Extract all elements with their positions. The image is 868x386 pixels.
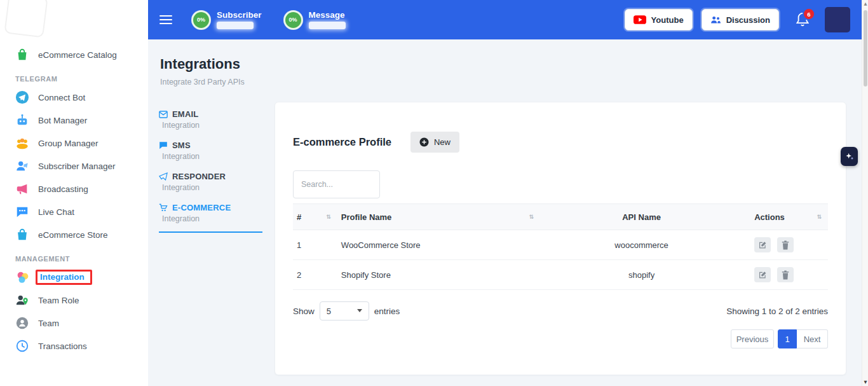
integration-circles-icon xyxy=(15,270,30,285)
sort-icon[interactable]: ⇅ xyxy=(326,214,331,220)
tab-title: SMS xyxy=(172,141,191,150)
app-logo xyxy=(4,0,48,38)
delete-button[interactable] xyxy=(777,237,794,252)
sidebar-item-broadcasting[interactable]: Broadcasting xyxy=(0,177,148,200)
subscriber-count-redacted xyxy=(217,22,254,29)
column-header-actions[interactable]: Actions⇅ xyxy=(743,204,828,230)
sidebar-item-team[interactable]: Team xyxy=(0,312,148,334)
paper-plane-icon xyxy=(159,172,168,181)
tab-subtitle: Integration xyxy=(162,214,262,223)
cell-profile-name: WooCommerce Store xyxy=(337,230,540,260)
sidebar-item-integration[interactable]: Integration xyxy=(0,266,148,289)
sidebar-item-ecommerce-store[interactable]: eCommerce Store xyxy=(0,223,148,246)
discussion-button-label: Discussion xyxy=(726,15,770,25)
subscriber-progress-widget: 0% Subscriber xyxy=(191,10,262,30)
edit-button[interactable] xyxy=(754,267,771,282)
store-bag-icon xyxy=(15,227,30,242)
page-1-button[interactable]: 1 xyxy=(778,329,797,348)
shopping-bag-icon xyxy=(15,47,30,62)
tab-sms-integration[interactable]: SMS Integration xyxy=(159,141,262,161)
sidebar-item-ecommerce-catalog[interactable]: eCommerce Catalog xyxy=(0,43,148,66)
tab-ecommerce-integration[interactable]: E-COMMERCE Integration xyxy=(159,203,262,233)
message-progress-ring: 0% xyxy=(283,10,303,30)
column-header-api-name[interactable]: API Name xyxy=(540,204,743,230)
sidebar-item-label: eCommerce Catalog xyxy=(38,50,117,60)
tab-title: RESPONDER xyxy=(172,172,226,181)
top-navbar: 0% Subscriber 0% Message Youtube Discuss… xyxy=(148,0,862,39)
plus-circle-icon xyxy=(419,137,429,147)
scrollbar-thumb[interactable] xyxy=(864,10,867,86)
sidebar-item-label: Bot Manager xyxy=(38,116,87,125)
cell-index: 2 xyxy=(293,260,337,290)
scrollbar-track[interactable]: ▲ ▼ xyxy=(862,0,868,386)
scroll-up-arrow[interactable]: ▲ xyxy=(862,0,868,8)
previous-page-button[interactable]: Previous xyxy=(731,329,774,348)
tab-email-integration[interactable]: EMAIL Integration xyxy=(159,109,262,130)
column-header-index[interactable]: #⇅ xyxy=(293,204,337,230)
sidebar-item-label: Transactions xyxy=(38,341,87,351)
cell-profile-name: Shopify Store xyxy=(337,260,540,290)
card-title: E-commerce Profile xyxy=(293,136,391,148)
cell-api-name: shopify xyxy=(540,260,743,290)
notification-badge: 6 xyxy=(803,8,815,20)
sidebar-item-transactions[interactable]: Transactions xyxy=(0,334,148,357)
youtube-button-label: Youtube xyxy=(651,15,684,25)
new-profile-button[interactable]: New xyxy=(410,132,459,153)
edit-button[interactable] xyxy=(754,237,771,252)
ai-assistant-button[interactable] xyxy=(841,147,858,166)
sidebar-item-label: Group Manager xyxy=(38,139,98,148)
sidebar-item-label: Live Chat xyxy=(38,207,74,217)
sidebar-item-label: eCommerce Store xyxy=(38,230,108,240)
team-icon xyxy=(15,315,30,331)
page-size-select[interactable]: 5 xyxy=(320,301,369,321)
tab-subtitle: Integration xyxy=(162,121,262,130)
megaphone-icon xyxy=(15,181,30,196)
sidebar-item-label: Team Role xyxy=(38,296,79,305)
user-avatar[interactable] xyxy=(825,7,850,32)
delete-button[interactable] xyxy=(777,267,794,282)
sidebar-item-connect-bot[interactable]: Connect Bot xyxy=(0,86,148,109)
subscriber-label: Subscriber xyxy=(217,10,262,20)
sidebar-item-label: Subscriber Manager xyxy=(38,162,116,171)
page-subtitle: Integrate 3rd Party APIs xyxy=(160,78,862,86)
email-icon xyxy=(159,111,168,118)
tab-subtitle: Integration xyxy=(162,183,262,192)
sidebar-item-group-manager[interactable]: Group Manager xyxy=(0,132,148,155)
tab-title: EMAIL xyxy=(172,109,198,119)
ecommerce-profile-card: E-commerce Profile New #⇅ Profile Name⇅ xyxy=(275,102,846,375)
sort-icon[interactable]: ⇅ xyxy=(529,214,534,220)
scroll-down-arrow[interactable]: ▼ xyxy=(862,378,868,386)
sms-icon xyxy=(159,141,168,149)
menu-toggle-icon[interactable] xyxy=(159,15,172,25)
sidebar-item-label: Integration xyxy=(40,272,85,282)
youtube-icon xyxy=(634,15,646,24)
sidebar-item-live-chat[interactable]: Live Chat xyxy=(0,200,148,223)
youtube-button[interactable]: Youtube xyxy=(625,9,693,31)
sidebar-item-label: Connect Bot xyxy=(38,93,85,102)
next-page-button[interactable]: Next xyxy=(797,329,828,348)
tab-subtitle: Integration xyxy=(162,152,262,161)
clock-icon xyxy=(15,338,30,354)
telegram-icon xyxy=(15,90,30,105)
discussion-button[interactable]: Discussion xyxy=(702,9,779,31)
message-count-redacted xyxy=(309,22,346,29)
integration-subnav: EMAIL Integration SMS Integration RESPON… xyxy=(159,109,262,244)
tab-responder-integration[interactable]: RESPONDER Integration xyxy=(159,172,262,192)
sidebar-item-team-role[interactable]: Team Role xyxy=(0,289,148,312)
sidebar-section-telegram: TELEGRAM xyxy=(15,75,148,83)
notification-bell[interactable]: 6 xyxy=(796,12,810,27)
main-content: Integrations Integrate 3rd Party APIs EM… xyxy=(148,39,862,386)
sidebar-item-bot-manager[interactable]: Bot Manager xyxy=(0,109,148,132)
person-pin-icon xyxy=(15,293,30,308)
profiles-table: #⇅ Profile Name⇅ API Name Actions⇅ 1 xyxy=(293,203,828,290)
column-header-profile-name[interactable]: Profile Name⇅ xyxy=(337,204,540,230)
group-icon xyxy=(15,135,30,151)
sidebar-item-subscriber-manager[interactable]: Subscriber Manager xyxy=(0,155,148,177)
subscriber-icon xyxy=(15,158,30,174)
showing-entries-text: Showing 1 to 2 of 2 entries xyxy=(726,307,828,316)
page-title: Integrations xyxy=(160,56,862,72)
table-row: 2 Shopify Store shopify xyxy=(293,260,828,290)
search-input[interactable] xyxy=(293,170,380,198)
sidebar: eCommerce Catalog TELEGRAM Connect Bot B… xyxy=(0,0,148,386)
sort-icon[interactable]: ⇅ xyxy=(817,214,822,220)
